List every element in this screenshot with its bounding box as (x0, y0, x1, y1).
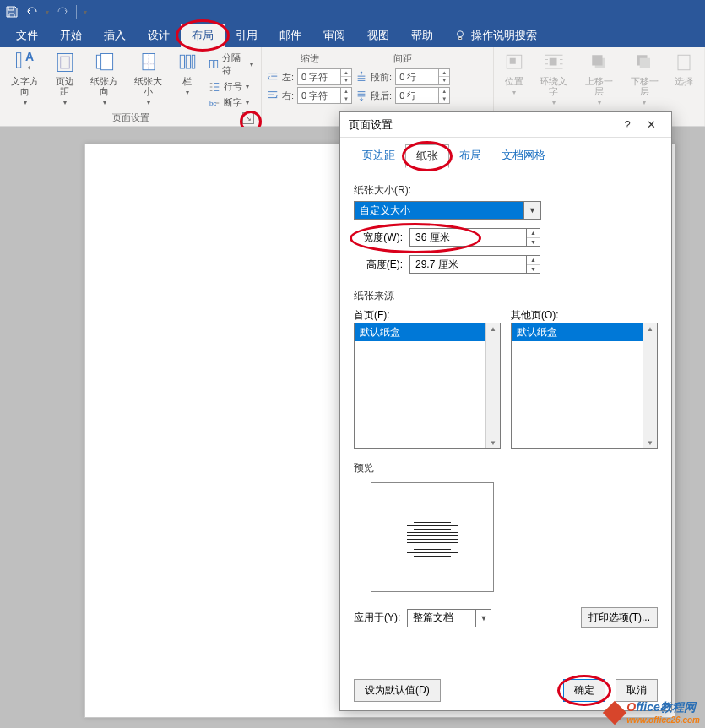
dialog-close-button[interactable]: ✕ (639, 118, 663, 131)
send-backward-button[interactable]: 下移一层▾ (623, 49, 665, 110)
print-options-button[interactable]: 打印选项(T)... (581, 607, 658, 628)
svg-rect-15 (510, 58, 516, 64)
dialog-tabs: 页边距 纸张 布局 文档网格 (340, 138, 671, 168)
svg-rect-4 (61, 57, 70, 68)
tab-insert[interactable]: 插入 (93, 24, 137, 47)
apply-to-combo[interactable]: 整篇文档 ▼ (407, 609, 491, 627)
preview-box (371, 482, 494, 592)
indent-right-input[interactable]: 0 字符▲▼ (297, 87, 352, 104)
spacing-before-icon (355, 71, 367, 83)
tab-view[interactable]: 视图 (356, 24, 400, 47)
dialog-titlebar: 页面设置 ? ✕ (340, 112, 671, 138)
spacing-after-input[interactable]: 0 行▲▼ (395, 87, 450, 104)
height-label: 高度(E): (354, 258, 403, 272)
cancel-button[interactable]: 取消 (616, 679, 658, 702)
separator (76, 5, 77, 19)
breaks-button[interactable]: 分隔符▾ (206, 51, 256, 78)
first-page-listbox[interactable]: 默认纸盒 ▲▼ (354, 323, 501, 449)
columns-button[interactable]: 栏▾ (172, 49, 203, 100)
tab-file[interactable]: 文件 (5, 24, 49, 47)
scrollbar[interactable]: ▲▼ (485, 323, 500, 448)
lightbulb-icon (454, 30, 466, 41)
line-numbers-icon (209, 81, 220, 93)
dialog-help-button[interactable]: ? (616, 118, 639, 131)
svg-rect-1 (16, 53, 20, 68)
wrap-text-button[interactable]: 环绕文字▾ (533, 49, 575, 110)
width-field-row: 宽度(W): 36 厘米 ▲▼ (354, 228, 658, 247)
preview-label: 预览 (354, 461, 658, 475)
position-button[interactable]: 位置▾ (499, 49, 529, 100)
set-default-button[interactable]: 设为默认值(D) (354, 679, 441, 702)
page-setup-launcher[interactable]: ↘ (242, 112, 254, 124)
undo-icon[interactable] (25, 5, 39, 19)
ok-button[interactable]: 确定 (563, 679, 605, 702)
tab-home[interactable]: 开始 (49, 24, 93, 47)
group-page-setup: A 文字方向▾ 页边距▾ 纸张方向▾ 纸张大小▾ 栏▾ (0, 47, 262, 126)
width-input[interactable]: 36 厘米 ▲▼ (409, 228, 540, 247)
apply-to-row: 应用于(Y): 整篇文档 ▼ 打印选项(T)... (354, 607, 658, 628)
list-item[interactable]: 默认纸盒 (512, 323, 657, 341)
dialog-tab-layout[interactable]: 布局 (449, 144, 491, 168)
spin-up-icon[interactable]: ▲ (527, 229, 540, 238)
logo-cube-icon (603, 700, 626, 724)
paper-size-combo[interactable]: 自定义大小 ▼ (354, 201, 541, 220)
tab-references[interactable]: 引用 (225, 24, 268, 47)
dialog-tab-margins[interactable]: 页边距 (352, 144, 405, 168)
tab-design[interactable]: 设计 (137, 24, 181, 47)
chevron-down-icon[interactable]: ▼ (523, 202, 540, 219)
height-field-row: 高度(E): 29.7 厘米 ▲▼ (354, 255, 658, 274)
page-setup-group-label: 页面设置 (112, 111, 149, 124)
line-numbers-button[interactable]: 行号▾ (206, 79, 256, 94)
spin-down-icon[interactable]: ▼ (527, 265, 540, 274)
spin-up-icon[interactable]: ▲ (527, 256, 540, 265)
scrollbar[interactable]: ▲▼ (643, 323, 657, 448)
svg-rect-10 (192, 55, 195, 68)
text-direction-button[interactable]: A 文字方向▾ (5, 49, 46, 110)
bring-forward-button[interactable]: 上移一层▾ (578, 49, 621, 110)
redo-icon[interactable] (56, 5, 69, 19)
svg-rect-20 (640, 58, 650, 68)
svg-rect-6 (101, 54, 113, 70)
watermark: Office教程网 www.office26.com (606, 700, 700, 725)
spacing-header: 间距 (355, 51, 450, 67)
tab-layout[interactable]: 布局 (181, 24, 225, 47)
dialog-tab-grid[interactable]: 文档网格 (491, 144, 556, 168)
chevron-down-icon[interactable]: ▼ (475, 610, 491, 627)
paper-size-button[interactable]: 纸张大小▾ (128, 49, 169, 110)
paper-size-label: 纸张大小(R): (354, 183, 658, 198)
svg-rect-18 (592, 55, 602, 65)
height-input[interactable]: 29.7 厘米 ▲▼ (409, 255, 540, 274)
quick-access-toolbar: ▾ ▾ (0, 0, 705, 24)
svg-rect-9 (186, 55, 190, 68)
dialog-tab-paper[interactable]: 纸张 (405, 144, 449, 168)
first-page-label: 首页(F): (354, 308, 501, 323)
hyphenation-icon: bc (209, 97, 220, 109)
save-icon[interactable] (5, 5, 19, 19)
indent-header: 缩进 (267, 51, 352, 67)
spin-down-icon[interactable]: ▼ (527, 238, 540, 247)
spacing-before-label: 段前: (371, 71, 392, 84)
tell-me-label: 操作说明搜索 (471, 28, 537, 43)
tab-mailings[interactable]: 邮件 (268, 24, 312, 47)
margins-button[interactable]: 页边距▾ (49, 49, 81, 110)
undo-dropdown-icon[interactable]: ▾ (46, 8, 49, 16)
tell-me-search[interactable]: 操作说明搜索 (454, 24, 537, 47)
customize-qat-icon[interactable]: ▾ (84, 8, 87, 16)
selection-pane-button[interactable]: 选择 (669, 49, 699, 88)
tab-help[interactable]: 帮助 (400, 24, 444, 47)
list-item[interactable]: 默认纸盒 (355, 323, 500, 341)
spacing-before-input[interactable]: 0 行▲▼ (395, 68, 450, 85)
spacing-after-icon (355, 90, 367, 101)
breaks-icon (209, 58, 219, 70)
svg-rect-16 (550, 58, 557, 66)
width-label: 宽度(W): (354, 231, 403, 245)
tab-review[interactable]: 审阅 (312, 24, 356, 47)
svg-text:A: A (25, 51, 34, 63)
hyphenation-button[interactable]: bc 断字▾ (206, 95, 256, 110)
preview-page-icon (386, 493, 479, 581)
orientation-button[interactable]: 纸张方向▾ (84, 49, 125, 110)
page-setup-dialog: 页面设置 ? ✕ 页边距 纸张 布局 文档网格 纸张大小(R): 自定义大小 ▼… (339, 111, 672, 711)
other-pages-listbox[interactable]: 默认纸盒 ▲▼ (511, 323, 658, 449)
indent-left-input[interactable]: 0 字符▲▼ (297, 68, 352, 85)
indent-right-label: 右: (282, 90, 294, 102)
